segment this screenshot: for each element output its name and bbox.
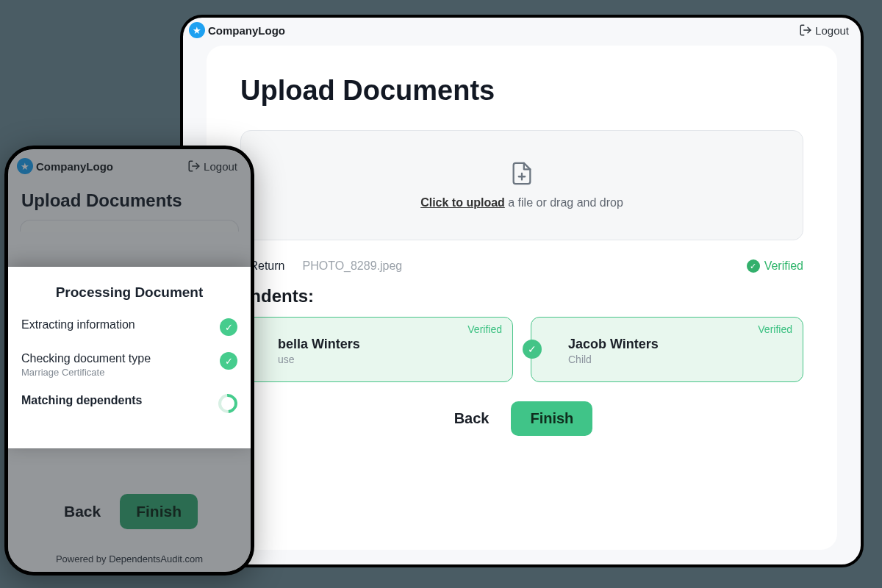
logo-text: CompanyLogo	[208, 24, 285, 37]
logout-label: Logout	[204, 160, 237, 173]
footer-actions: Back Finish	[240, 401, 803, 436]
dependent-role: Child	[568, 354, 789, 365]
upload-dropzone[interactable]: Click to upload a file or drag and drop	[240, 130, 803, 240]
file-plus-icon	[509, 161, 534, 186]
step-label: Checking document type	[21, 352, 151, 365]
back-button[interactable]: Back	[61, 494, 104, 529]
uploaded-file-row: x Return PHOTO_8289.jpeg ✓ Verified	[240, 259, 803, 273]
powered-link[interactable]: DependentsAudit.com	[109, 553, 203, 564]
main-panel: Upload Documents Click to upload a file …	[207, 46, 837, 550]
check-icon: ✓	[220, 352, 237, 370]
phone-title: Upload Documents	[8, 190, 251, 220]
logout-button[interactable]: Logout	[799, 24, 849, 37]
phone-mock: ★ CompanyLogo Logout Upload Documents Ba…	[4, 146, 254, 576]
logout-icon	[799, 24, 812, 37]
check-icon: ✓	[220, 318, 237, 336]
processing-step: Extracting information ✓	[21, 318, 237, 336]
star-icon: ★	[189, 22, 205, 38]
finish-button[interactable]: Finish	[511, 401, 592, 436]
dependent-cards: ✓ Verified bella Winters use ✓ Verified …	[240, 317, 803, 382]
phone-dropzone-edge	[20, 220, 239, 232]
processing-step: Matching dependents	[21, 394, 237, 413]
logout-icon	[187, 159, 201, 173]
step-sublabel: Marriage Certificate	[21, 367, 151, 378]
processing-step: Checking document type Marriage Certific…	[21, 352, 237, 378]
dependents-heading: endents:	[240, 286, 803, 306]
dependent-name: bella Winters	[278, 337, 499, 352]
dependent-card[interactable]: ✓ Verified Jacob Winters Child	[531, 317, 803, 382]
dropzone-text: Click to upload a file or drag and drop	[420, 196, 623, 209]
card-badge: Verified	[758, 323, 792, 335]
sheet-title: Processing Document	[21, 284, 237, 301]
desktop-window: ★ CompanyLogo Logout Upload Documents Cl…	[180, 15, 864, 567]
check-icon: ✓	[747, 259, 760, 273]
powered-by: Powered by DependentsAudit.com	[8, 553, 251, 564]
dependent-role: use	[278, 354, 499, 365]
phone-header: ★ CompanyLogo Logout	[8, 155, 251, 190]
logo-text: CompanyLogo	[36, 160, 113, 173]
company-logo: ★ CompanyLogo	[189, 22, 285, 38]
star-icon: ★	[17, 158, 33, 174]
file-name: PHOTO_8289.jpeg	[302, 259, 402, 273]
verified-badge: ✓ Verified	[747, 259, 803, 273]
step-label: Matching dependents	[21, 394, 142, 407]
finish-button[interactable]: Finish	[120, 494, 198, 529]
click-to-upload-link[interactable]: Click to upload	[420, 196, 505, 209]
spinner-icon	[215, 390, 242, 417]
logout-button[interactable]: Logout	[187, 159, 237, 173]
check-icon: ✓	[523, 340, 542, 359]
card-badge: Verified	[467, 323, 502, 335]
logout-label: Logout	[815, 24, 849, 37]
company-logo: ★ CompanyLogo	[17, 158, 113, 174]
desktop-header: ★ CompanyLogo Logout	[183, 18, 861, 46]
processing-sheet: Processing Document Extracting informati…	[8, 267, 251, 448]
page-title: Upload Documents	[240, 75, 803, 107]
step-label: Extracting information	[21, 318, 135, 331]
dependent-card[interactable]: ✓ Verified bella Winters use	[240, 317, 513, 382]
dependent-name: Jacob Winters	[568, 337, 789, 352]
phone-actions: Back Finish	[8, 494, 251, 529]
back-button[interactable]: Back	[451, 401, 492, 436]
